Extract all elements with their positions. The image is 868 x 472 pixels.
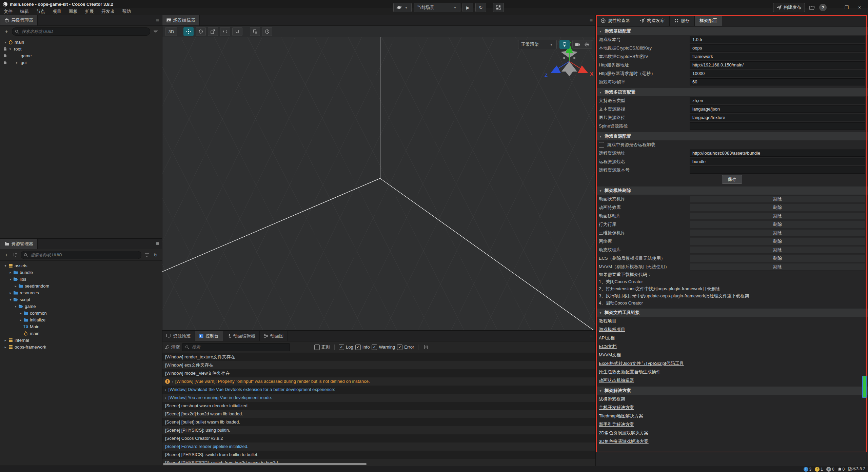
asset-row-main-scene[interactable]: main [0,330,162,337]
minimize-button[interactable]: — [828,3,840,12]
clear-console-button[interactable]: 清空 [165,344,180,350]
menu-node[interactable]: 节点 [33,8,49,15]
scene-select[interactable]: 当前场景 ▾ [414,3,460,12]
layout-button[interactable] [493,3,504,12]
hierarchy-search-input[interactable] [21,29,147,34]
asset-row-ts-main[interactable]: TS Main [0,323,162,330]
link-fullstack-solution[interactable]: 全栈开发解决方案 [599,403,634,412]
console-menu-icon[interactable]: ≡ [590,331,593,341]
assets-search-input[interactable] [30,252,138,258]
tab-asset-preview[interactable]: 资源预览 [162,331,195,341]
asset-row-common[interactable]: ▸ common [0,310,162,316]
scene-menu-icon[interactable]: ≡ [590,15,593,25]
remove-module-button[interactable]: 剔除 [690,255,865,262]
remote-bundle-name-input[interactable] [690,158,865,165]
link-anim-state-editor[interactable]: 动画状态机编辑器 [599,376,634,385]
menu-project[interactable]: 项目 [49,8,65,15]
save-button[interactable]: 保存 [722,175,742,184]
fps-input[interactable] [690,78,865,85]
refresh-assets-button[interactable]: ↻ [152,252,159,258]
inspector-scrollbar-thumb[interactable] [862,376,867,398]
build-publish-button[interactable]: 构建发布 [773,3,805,12]
console-log-row[interactable]: › [Window] Download the Vue Devtools ext… [162,386,595,394]
camera-button[interactable] [573,40,582,48]
section-module-trim[interactable]: ▾ 框架模块剔除 [596,186,868,195]
tab-console[interactable]: 控制台 [195,331,223,341]
remove-module-button[interactable]: 剔除 [690,246,865,254]
asset-row-oops-framework[interactable]: ▸ oops-framework [0,343,162,350]
link-tactics-framework[interactable]: 战棋游戏框架 [599,395,625,403]
console-log-row[interactable]: › [Window] You are running Vue in develo… [162,394,595,402]
assets-search[interactable] [21,251,141,259]
tab-property-inspector[interactable]: 属性检查器 [596,15,635,26]
text-res-path-input[interactable] [690,105,865,113]
rect-tool-button[interactable] [220,27,230,36]
tab-build-publish[interactable]: 构建发布 [635,15,670,26]
link-mvvm-doc[interactable]: MVVM文档 [599,351,621,359]
remove-module-button[interactable]: 剔除 [690,212,865,220]
section-resource-config[interactable]: ▾ 游戏资源配置 [596,132,868,140]
link-tutorial-project[interactable]: 教程项目 [599,317,616,325]
help-button[interactable]: ? [819,4,827,11]
filter-error-checkbox[interactable]: ✓ Error [397,345,414,350]
menu-developer[interactable]: 开发者 [98,8,118,15]
menu-file[interactable]: 文件 [0,8,16,15]
section-doc-links[interactable]: ▾ 框架文档工具链接 [596,309,868,317]
status-notifications[interactable]: 0 [838,467,845,472]
light-toggle-button[interactable] [559,40,570,49]
remove-module-button[interactable]: 剔除 [690,263,865,271]
play-button[interactable]: ▶ [462,3,473,12]
scene-viewport[interactable]: Y X Z 正常渲染 ▾ [162,37,595,330]
console-log-row[interactable]: [Scene] [bullet]:bullet wasm lib loaded. [162,418,595,426]
filter-icon[interactable] [152,28,159,35]
create-node-button[interactable]: + [3,28,10,35]
assets-menu-icon[interactable]: ≡ [156,239,159,249]
asset-row-assets[interactable]: ▾ assets [0,262,162,269]
game-version-input[interactable] [690,36,865,43]
filter-info-checkbox[interactable]: ✓ Info [355,345,370,350]
link-guide-solution[interactable]: 新手引导解决方案 [599,420,634,429]
tab-animation-graph[interactable]: 动画图 [260,331,288,341]
link-hotupdate-plugin[interactable]: 原生包热更新配置自动生成插件 [599,368,660,376]
tab-animation-editor[interactable]: 动画编辑器 [223,331,260,341]
rotate-tool-button[interactable] [196,27,206,36]
menu-extension[interactable]: 扩展 [81,8,98,15]
console-log-row[interactable]: [Scene] [box2d]:box2d wasm lib loaded. [162,410,595,418]
link-2d-rpg-solution[interactable]: 2D角色扮演游戏解决方案 [599,429,649,437]
console-log-row[interactable]: ! › [Window] [Vue warn]: Property "onInp… [162,377,595,386]
tree-row-main[interactable]: ▾ main [0,39,162,45]
remote-load-checkbox-row[interactable]: 游戏中资源是否远程加载 [596,140,868,149]
menu-help[interactable]: 帮助 [118,8,135,15]
link-ecs-doc[interactable]: ECS文档 [599,342,617,351]
image-res-path-input[interactable] [690,114,865,121]
tab-assets[interactable]: 资源管理器 [0,239,38,249]
remove-module-button[interactable]: 剔除 [690,238,865,245]
remove-module-button[interactable]: 剔除 [690,221,865,228]
menu-edit[interactable]: 编辑 [16,8,33,15]
section-solutions[interactable]: ▾ 框架解决方案 [596,387,868,395]
filter-warning-checkbox[interactable]: ✓ Warning [372,345,395,350]
http-server-input[interactable] [690,61,865,68]
create-asset-button[interactable]: + [3,252,10,258]
move-tool-button[interactable] [183,27,194,36]
mode-3d-button[interactable]: 3D [165,27,177,36]
console-log-row[interactable]: [Window] model_view文件夹存在 [162,369,595,377]
asset-row-seedrandom[interactable]: ▸ seedrandom [0,282,162,289]
regex-checkbox[interactable]: 正则 [314,344,330,350]
log-file-icon[interactable] [422,344,429,351]
link-tiledmap-solution[interactable]: Tiledmap地图解决方案 [599,412,643,420]
console-log-row[interactable]: [Scene] Cocos Creator v3.8.2 [162,434,595,442]
spine-res-path-input[interactable] [690,122,865,130]
asset-row-resources[interactable]: ▸ resources [0,289,162,296]
asset-row-script[interactable]: ▾ script [0,296,162,303]
reload-button[interactable]: ↻ [475,3,486,12]
asset-row-internal[interactable]: ▸ internal [0,337,162,343]
sort-assets-icon[interactable] [12,252,19,258]
tab-framework-config[interactable]: 框架配置 [695,15,722,26]
render-mode-select[interactable]: 正常渲染 ▾ [518,40,557,49]
console-horizontal-scrollbar[interactable] [163,463,367,465]
status-warning[interactable]: ! 1 [815,467,823,472]
link-api-doc[interactable]: API文档 [599,334,615,342]
link-excel-tool[interactable]: Excel格式转Json文件与TypeScript代码工具 [599,359,684,368]
console-log-row[interactable]: [Scene] meshopt wasm decoder initialized [162,402,595,410]
